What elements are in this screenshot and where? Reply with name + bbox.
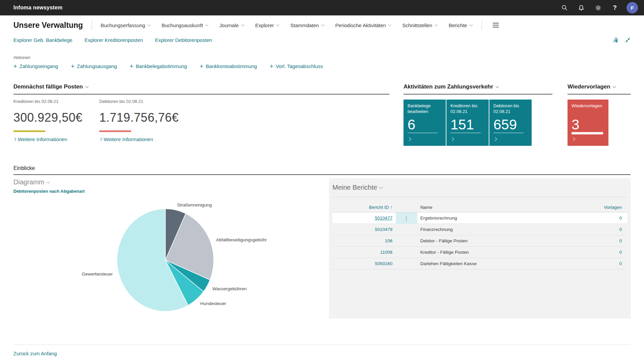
menu-stammdaten[interactable]: Stammdaten — [290, 22, 324, 28]
report-id-link[interactable]: 106 — [332, 238, 392, 243]
column-header-name[interactable]: Name — [417, 205, 597, 210]
pie-slice-label: Gewerbesteuer — [82, 272, 113, 277]
back-to-top-link[interactable]: Zurück zum Anfang — [13, 351, 57, 362]
menu-berichte[interactable]: Berichte — [449, 22, 472, 28]
reports-table: Bericht ID↑ Name Vorlagen 5010477 ⋮ Erge… — [329, 202, 631, 269]
pie-chart-svg[interactable] — [116, 208, 214, 312]
report-name: Debitor - Fällige Posten — [417, 238, 597, 243]
chevron-down-icon — [469, 23, 473, 26]
pie-slice-label: Straßenreinigung — [177, 202, 212, 207]
report-name: Finanzrechnung — [417, 227, 597, 232]
table-row[interactable]: 5093160 Darlehen Fälligkeiten Kasse 0 — [332, 258, 627, 269]
menu-periodische-aktivitaeten[interactable]: Periodische Aktivitäten — [335, 22, 391, 28]
section-title-reminders: Wiedervorlagen — [568, 83, 631, 95]
hamburger-menu-icon[interactable] — [491, 21, 500, 28]
chevron-right-icon — [99, 138, 102, 141]
app-title: Infoma newsystem — [13, 5, 62, 11]
table-row[interactable]: 5010477 ⋮ Ergebnisrechnung 0 — [332, 213, 627, 224]
menu-schnittstellen[interactable]: Schnittstellen — [402, 22, 437, 28]
chart-panel: Diagramm Debitorenposten nach Abgabenart… — [13, 178, 329, 333]
reports-table-header: Bericht ID↑ Name Vorlagen — [332, 202, 627, 213]
report-templates-count[interactable]: 0 — [597, 261, 627, 266]
more-info-link[interactable]: Weitere Informationen — [99, 136, 185, 142]
kpi-caption: Debitoren bis 02.08.21 — [99, 99, 185, 104]
link-explorer-geb-bankbelege[interactable]: Explorer Geb. Bankbelege — [13, 37, 72, 43]
action-vorl-tagesabschluss[interactable]: +Vorl. Tagesabschluss — [270, 63, 323, 69]
chevron-right-icon — [408, 136, 413, 142]
avatar[interactable]: F — [627, 2, 638, 13]
chevron-down-icon[interactable] — [379, 185, 383, 189]
link-explorer-kreditorenposten[interactable]: Explorer Kreditorenposten — [85, 37, 143, 43]
chevron-right-icon — [451, 136, 455, 142]
report-templates-count[interactable]: 0 — [597, 250, 627, 255]
company-name[interactable]: Unsere Verwaltung — [13, 21, 83, 30]
pie-slice-label: Wassergebühren — [212, 286, 247, 291]
action-bankkontoabstimmung[interactable]: +Bankkontoabstimmung — [200, 63, 257, 69]
cue-tile-bankbelege[interactable]: Bankbelege bearbeiten 6 — [404, 100, 446, 146]
chevron-down-icon[interactable] — [613, 84, 616, 88]
menu-buchungserfassung[interactable]: Buchungserfassung — [101, 22, 150, 28]
report-id-link[interactable]: 5010479 — [332, 227, 392, 232]
chevron-down-icon[interactable] — [496, 84, 499, 88]
cue-tile-debitoren[interactable]: Debitoren bis 02.08.21 659 — [489, 100, 532, 146]
section-due-items: Demnächst fällige Posten Kreditoren bis … — [13, 83, 389, 146]
pie-slice-label: Abfallbeseitigungsgebühr — [216, 237, 267, 242]
chevron-down-icon — [241, 23, 244, 26]
table-row[interactable]: 5010479 Finanzrechnung 0 — [332, 224, 627, 235]
search-button[interactable] — [556, 0, 573, 15]
chevron-down-icon — [205, 23, 209, 26]
kpi-debitoren: Debitoren bis 02.08.21 1.719.756,76€ Wei… — [99, 95, 185, 142]
column-header-vorlagen[interactable]: Vorlagen — [597, 205, 627, 210]
report-id-link[interactable]: 5093160 — [332, 261, 392, 266]
my-reports-panel: Meine Berichte Bericht ID↑ Name Vorlagen… — [329, 178, 631, 318]
help-button[interactable]: ? — [606, 0, 623, 15]
menu-buchungsauskunft[interactable]: Buchungsauskunft — [162, 22, 208, 28]
notifications-button[interactable] — [573, 0, 590, 15]
kpi-amount[interactable]: 300.929,50€ — [13, 111, 99, 125]
quick-links-bar: Explorer Geb. Bankbelege Explorer Kredit… — [0, 35, 644, 47]
search-icon — [561, 5, 568, 11]
section-title-activities: Aktivitäten zum Zahlungsverkehr — [404, 83, 552, 95]
my-reports-title: Meine Berichte — [329, 184, 631, 191]
table-row[interactable]: 11006 Kreditor - Fällige Posten 0 — [332, 247, 627, 258]
footer-divider — [13, 345, 631, 345]
report-name: Ergebnisrechnung — [417, 216, 597, 221]
app-top-bar: Infoma newsystem ? F — [0, 0, 644, 15]
chevron-down-icon[interactable] — [85, 84, 89, 88]
action-bankbelegabstimmung[interactable]: +Bankbelegabstimmung — [130, 63, 187, 69]
action-zahlungsausgang[interactable]: +Zahlungsausgang — [71, 63, 117, 69]
row-actions-ellipsis-icon[interactable]: ⋮ — [396, 213, 417, 224]
unpin-icon[interactable] — [612, 37, 618, 43]
role-center-content: Aktionen +Zahlungseingang +Zahlungsausga… — [0, 55, 644, 362]
more-info-link[interactable]: Weitere Informationen — [13, 136, 99, 142]
report-templates-count[interactable]: 0 — [597, 227, 627, 232]
chevron-down-icon — [388, 23, 391, 26]
menu-explorer[interactable]: Explorer — [255, 22, 279, 28]
cue-tile-wiedervorlagen[interactable]: Wiedervorlagen 3 — [568, 100, 608, 146]
chevron-down-icon — [276, 23, 279, 26]
kpi-kreditoren: Kreditoren bis 02.08.21 300.929,50€ Weit… — [13, 95, 99, 142]
report-name: Darlehen Fälligkeiten Kasse — [417, 261, 597, 266]
report-id-link[interactable]: 11006 — [332, 250, 392, 255]
top-bar-actions: ? F — [556, 0, 641, 15]
link-explorer-debitorenposten[interactable]: Explorer Debitorenposten — [155, 37, 212, 43]
settings-button[interactable] — [590, 0, 606, 15]
collapse-icon[interactable] — [625, 37, 631, 43]
plus-icon: + — [13, 63, 17, 69]
nav-divider — [92, 21, 92, 29]
report-templates-count[interactable]: 0 — [597, 216, 627, 221]
column-header-bericht-id[interactable]: Bericht ID↑ — [332, 205, 392, 210]
nav-menus: Buchungserfassung Buchungsauskunft Journ… — [101, 22, 472, 28]
report-name: Kreditor - Fällige Posten — [417, 250, 597, 255]
table-row[interactable]: 106 Debitor - Fällige Posten 0 — [332, 235, 627, 247]
menu-journale[interactable]: Journale — [219, 22, 244, 28]
bell-icon — [578, 5, 584, 11]
action-zahlungseingang[interactable]: +Zahlungseingang — [13, 63, 58, 69]
actions-group-label: Aktionen — [13, 55, 631, 60]
cue-tile-kreditoren[interactable]: Kreditoren bis 02.08.21 151 — [446, 100, 489, 146]
report-templates-count[interactable]: 0 — [597, 238, 627, 243]
kpi-amount[interactable]: 1.719.756,76€ — [99, 111, 185, 125]
chevron-down-icon — [434, 23, 438, 26]
report-id-link[interactable]: 5010477 — [332, 216, 392, 221]
chevron-right-icon — [13, 138, 16, 141]
